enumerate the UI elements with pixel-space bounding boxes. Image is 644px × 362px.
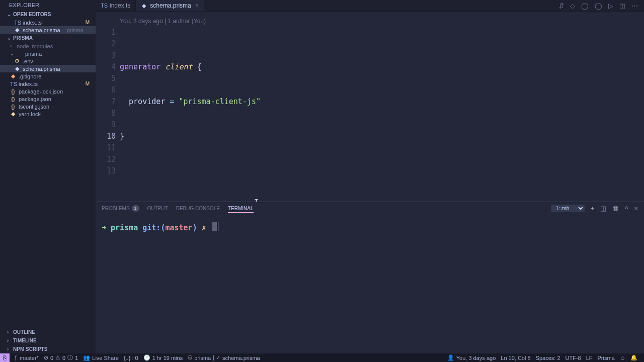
run-icon[interactable]: ▷ [608,2,613,10]
split-editor-icon[interactable]: ◫ [619,2,625,10]
chevron-down-icon: ⌄ [7,12,11,17]
feedback-icon[interactable]: ☺ [617,354,628,361]
project-header[interactable]: ⌄Prisma [0,34,96,42]
json-icon: {} [10,104,16,110]
chevron-right-icon: › [7,346,11,352]
chevron-right-icon: › [10,43,14,49]
file-tree-item[interactable]: ⌄prisma [0,50,96,57]
wakatime-status[interactable]: 🕐 1 hr 19 mins [141,354,186,361]
bracket-status[interactable]: {..} : 0 [121,355,141,361]
dotenv-icon: ⚙ [14,58,20,64]
file-tree-item[interactable]: ◆.gitignore [0,72,96,80]
close-icon[interactable]: × [194,2,199,9]
language-mode[interactable]: Prisma [595,354,617,361]
json-icon: {} [10,96,16,102]
chevron-right-icon: › [7,329,11,335]
gitlens-blame-status[interactable]: 👤 You, 3 days ago [445,354,499,361]
status-bar: ⎘ ᚶ master* ⊘ 0 ⚠ 0 ⓘ 1 👥 Live Share {..… [0,353,644,362]
remote-indicator[interactable]: ⎘ [0,353,10,362]
notifications-icon[interactable]: 🔔 [628,354,640,361]
nav-forward-icon[interactable]: ◯ [595,2,602,10]
editor-tab[interactable]: ◆schema.prisma× [136,0,204,11]
compare-changes-icon[interactable]: ⇵ [558,2,564,10]
ts-icon: TS [10,81,16,87]
json-icon: {} [10,88,16,95]
liveshare-status[interactable]: 👥 Live Share [80,354,121,361]
outline-header[interactable]: ›Outline [0,328,96,336]
sync-status[interactable]: ⊘ 0 ⚠ 0 ⓘ 1 [41,354,80,361]
chevron-down-icon: ⌄ [7,35,11,41]
chevron-down-icon: ⌄ [10,51,14,56]
output-tab[interactable]: Output [147,206,168,211]
problems-tab[interactable]: Problems1 [102,205,139,212]
chevron-right-icon: › [7,338,11,343]
prisma-db-status[interactable]: ⛁ prisma | ✓ schema.prisma [185,354,263,361]
eol-status[interactable]: LF [584,354,595,361]
open-editors-header[interactable]: ⌄Open Editors [0,10,96,19]
diff-icon[interactable]: ◇ [570,2,575,10]
panel-tabs: Problems1 Output Debug Console Terminal … [96,202,644,214]
terminal-selector[interactable]: 1: zsh [551,205,585,212]
branch-status[interactable]: ᚶ master* [12,355,41,361]
line-gutter: 1234 5678 910111213 [96,12,120,202]
prisma-icon: ◆ [14,65,20,72]
sidebar-title: Explorer [0,0,96,10]
terminal[interactable]: ➜ prisma git:(master) ✗ [96,214,644,353]
codelens[interactable]: You, 3 days ago | 1 author (You) [120,16,206,27]
ts-icon: TS [101,3,107,9]
terminal-tab[interactable]: Terminal [228,206,254,213]
npm-scripts-header[interactable]: ›NPM Scripts [0,345,96,353]
nav-back-icon[interactable]: ◯ [581,2,589,10]
terminal-cursor-icon [212,222,217,231]
kill-terminal-icon[interactable]: 🗑 [612,205,619,212]
file-tree-item[interactable]: TSindex.tsM [0,80,96,87]
prisma-icon: ◆ [141,3,147,9]
cursor-position[interactable]: Ln 10, Col 8 [498,354,533,361]
file-tree-item[interactable]: ›node_modules [0,42,96,50]
editor-tab[interactable]: TSindex.ts [96,0,136,11]
indentation-status[interactable]: Spaces: 2 [533,354,563,361]
bottom-panel: Problems1 Output Debug Console Terminal … [96,202,644,353]
file-tree-item[interactable]: ⚙.env [0,57,96,65]
close-panel-icon[interactable]: × [634,205,638,212]
tab-bar: TSindex.ts ◆schema.prisma× ⇵ ◇ ◯ ◯ ▷ ◫ ⋯ [96,0,644,12]
json-icon: ◆ [10,111,16,117]
file-tree-item[interactable]: ◆schema.prisma [0,65,96,72]
new-terminal-icon[interactable]: + [591,205,595,212]
open-editor-item[interactable]: TSindex.tsM [0,19,96,26]
debug-console-tab[interactable]: Debug Console [176,206,220,211]
ts-icon: TS [14,20,20,26]
maximize-panel-icon[interactable]: ^ [625,205,628,212]
more-actions-icon[interactable]: ⋯ [631,2,638,10]
file-tree-item[interactable]: {}package-lock.json [0,87,96,95]
file-tree-item[interactable]: ◆yarn.lock [0,110,96,118]
prisma-icon: ◆ [14,27,20,33]
sidebar: Explorer ⌄Open Editors TSindex.tsM ◆sche… [0,0,96,353]
code-editor[interactable]: 1234 5678 910111213 You, 3 days ago | 1 … [96,12,644,202]
encoding-status[interactable]: UTF-8 [563,354,584,361]
file-tree-item[interactable]: {}package.json [0,95,96,103]
split-terminal-icon[interactable]: ◫ [600,205,606,212]
git-icon: ◆ [10,73,16,79]
open-editor-item[interactable]: ◆schema.prisma prisma [0,26,96,34]
file-tree-item[interactable]: {}tsconfig.json [0,103,96,110]
timeline-header[interactable]: ›Timeline [0,336,96,345]
text-cursor-icon: I [254,197,259,202]
